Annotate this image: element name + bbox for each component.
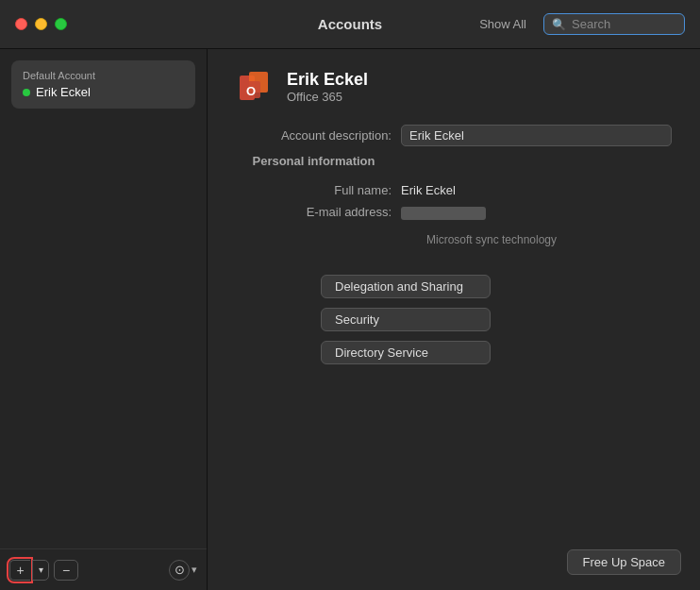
- account-header-type: Office 365: [287, 90, 368, 104]
- email-value: [401, 205, 672, 220]
- email-row: E-mail address:: [236, 205, 672, 220]
- full-name-value: Erik Eckel: [401, 183, 672, 197]
- search-box: 🔍: [543, 13, 685, 35]
- sync-text: Microsoft sync technology: [311, 233, 672, 246]
- svg-text:O: O: [246, 84, 256, 98]
- account-card[interactable]: Default Account Erik Eckel: [11, 60, 195, 109]
- account-header-name: Erik Eckel: [287, 70, 368, 90]
- account-username: Erik Eckel: [36, 85, 91, 99]
- titlebar-right: Show All 🔍: [474, 13, 685, 35]
- personal-info-row: Personal information: [236, 154, 672, 176]
- detail-pane: O Erik Eckel Office 365 Account descript…: [208, 49, 700, 590]
- free-up-space-button[interactable]: Free Up Space: [567, 549, 681, 575]
- add-account-chevron[interactable]: ▾: [32, 560, 49, 581]
- full-name-row: Full name: Erik Eckel: [236, 183, 672, 197]
- account-description-input[interactable]: [401, 125, 672, 146]
- action-buttons: Delegation and Sharing Security Director…: [321, 275, 672, 364]
- search-icon: 🔍: [552, 18, 566, 31]
- remove-account-button[interactable]: −: [54, 560, 78, 581]
- info-button[interactable]: ⊙: [169, 560, 190, 581]
- account-header: O Erik Eckel Office 365: [236, 68, 672, 106]
- online-indicator: [23, 89, 30, 96]
- office365-icon: O: [236, 68, 274, 106]
- personal-info-label: Personal information: [236, 154, 401, 168]
- account-header-text: Erik Eckel Office 365: [287, 70, 368, 104]
- security-button[interactable]: Security: [321, 308, 491, 331]
- show-all-button[interactable]: Show All: [474, 15, 532, 33]
- directory-service-button[interactable]: Directory Service: [321, 341, 491, 364]
- footer-left-controls: + ▾ −: [9, 560, 78, 581]
- close-button[interactable]: [15, 18, 27, 30]
- sidebar: Default Account Erik Eckel + ▾ − ⊙ ▾: [0, 49, 208, 590]
- minimize-button[interactable]: [35, 18, 47, 30]
- full-name-label: Full name:: [236, 183, 401, 197]
- email-redacted: [401, 207, 486, 220]
- info-chevron[interactable]: ▾: [192, 564, 197, 576]
- main-layout: Default Account Erik Eckel + ▾ − ⊙ ▾: [0, 49, 700, 590]
- account-description-label: Account description:: [236, 128, 401, 143]
- account-card-user: Erik Eckel: [23, 85, 184, 99]
- footer-right-controls: ⊙ ▾: [169, 560, 197, 581]
- delegation-sharing-button[interactable]: Delegation and Sharing: [321, 275, 491, 298]
- default-account-label: Default Account: [23, 70, 184, 81]
- search-input[interactable]: [572, 17, 676, 31]
- title-bar: Accounts Show All 🔍: [0, 0, 700, 49]
- add-account-button[interactable]: +: [9, 560, 30, 581]
- maximize-button[interactable]: [55, 18, 67, 30]
- sidebar-footer: + ▾ − ⊙ ▾: [0, 548, 207, 590]
- email-label: E-mail address:: [236, 205, 401, 219]
- account-description-row: Account description:: [236, 125, 672, 146]
- traffic-lights: [15, 18, 67, 30]
- detail-footer: Free Up Space: [567, 549, 681, 575]
- sidebar-content: Default Account Erik Eckel: [0, 60, 207, 548]
- window-title: Accounts: [318, 16, 382, 32]
